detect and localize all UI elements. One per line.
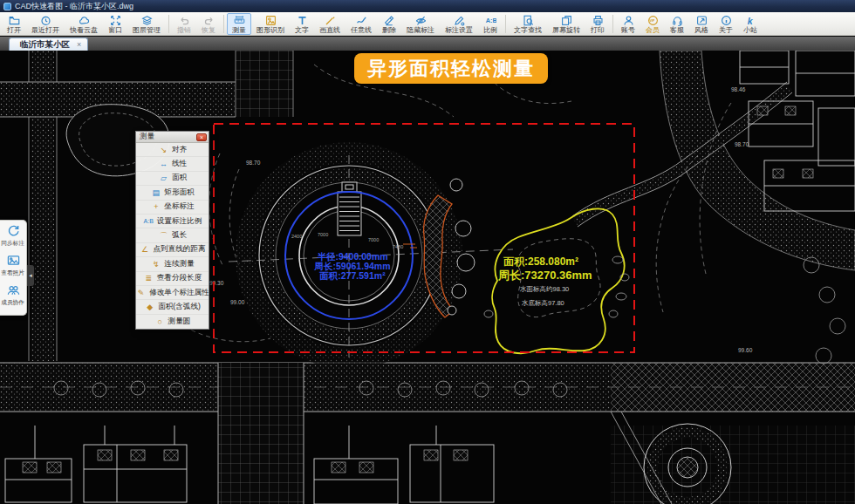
hide-annotation-button[interactable]: 隐藏标注 bbox=[401, 13, 440, 35]
edit-annotation-icon: ✎ bbox=[135, 289, 147, 297]
svg-text:周长:73270.36mm: 周长:73270.36mm bbox=[497, 269, 592, 282]
measure-item-circle[interactable]: ○测量圆 bbox=[136, 315, 209, 329]
shape-recognize-button[interactable]: 图形识别 bbox=[251, 13, 290, 35]
recent-clock-icon bbox=[40, 15, 51, 26]
segment-length-icon: ≣ bbox=[143, 274, 154, 283]
vip-icon bbox=[647, 15, 659, 26]
svg-text:98.70: 98.70 bbox=[246, 160, 261, 166]
annotation-settings-button[interactable]: 标注设置 bbox=[440, 13, 478, 35]
undo-button[interactable]: 撤销 bbox=[172, 13, 196, 35]
pond-measurement-label: 面积:258.080m² 周长:73270.36mm bbox=[497, 255, 592, 282]
svg-text:面积:277.591m²: 面积:277.591m² bbox=[318, 270, 386, 281]
svg-text:7480: 7480 bbox=[393, 244, 403, 249]
about-info-icon bbox=[721, 15, 732, 26]
measure-item-area[interactable]: ▱面积 bbox=[136, 172, 209, 186]
shape-recognize-icon bbox=[265, 15, 277, 26]
toolbar-separator bbox=[612, 15, 613, 33]
app-icon bbox=[3, 3, 11, 10]
measure-panel-title: 测量 bbox=[140, 132, 154, 142]
text-icon bbox=[297, 15, 308, 26]
free-line-button[interactable]: 任意线 bbox=[345, 13, 377, 35]
member-collaboration-button[interactable]: 成员协作 bbox=[0, 283, 26, 307]
cloud-drive-button[interactable]: 快看云盘 bbox=[65, 13, 103, 35]
window-arrows-icon bbox=[110, 15, 121, 26]
promo-banner: 异形面积轻松测量 bbox=[354, 53, 548, 84]
text-button[interactable]: 文字 bbox=[290, 13, 314, 35]
svg-text:7000: 7000 bbox=[318, 232, 328, 237]
delete-button[interactable]: 删除 bbox=[377, 13, 401, 35]
print-button[interactable]: 打印 bbox=[585, 13, 610, 35]
tab-bar: 临沂市某小区 × bbox=[0, 37, 855, 51]
find-text-icon bbox=[523, 15, 534, 26]
toolbar-separator bbox=[168, 15, 169, 33]
print-icon bbox=[592, 15, 604, 26]
ksite-button[interactable]: 小站 bbox=[738, 13, 763, 35]
svg-text:99.60: 99.60 bbox=[738, 347, 753, 353]
scale-ratio-icon bbox=[485, 15, 496, 26]
measure-item-area-with-arc[interactable]: ◆面积(含弧线) bbox=[136, 300, 209, 314]
measure-item-align[interactable]: ↘对齐 bbox=[136, 143, 209, 157]
hide-annotation-icon bbox=[415, 15, 427, 26]
tab-close-icon[interactable]: × bbox=[77, 40, 81, 49]
screen-rotate-icon bbox=[561, 15, 572, 26]
side-panel-collapse-handle[interactable]: ◂ bbox=[27, 265, 34, 286]
free-line-icon bbox=[356, 15, 367, 26]
collaboration-icon bbox=[7, 283, 20, 296]
eraser-icon bbox=[384, 15, 395, 26]
cad-canvas[interactable]: 98.70 99.30 99.00 98.46 98.70 99.60 7000… bbox=[0, 51, 855, 504]
measure-button[interactable]: 测量 bbox=[227, 13, 251, 35]
measure-panel-titlebar[interactable]: 测量 × bbox=[136, 132, 209, 143]
layer-manager-button[interactable]: 图层管理 bbox=[127, 13, 166, 35]
measure-item-continuous[interactable]: ↯连续测量 bbox=[136, 257, 209, 271]
measure-item-segment-length[interactable]: ≣查看分段长度 bbox=[136, 272, 209, 286]
measure-item-rect-area[interactable]: ▤矩形面积 bbox=[136, 186, 209, 200]
measure-item-set-scale[interactable]: A:B设置标注比例 bbox=[136, 215, 209, 228]
find-text-button[interactable]: 文字查找 bbox=[509, 13, 547, 35]
cad-viewer-window: CAD快速看图 - 临沂市某小区.dwg 打开 最近打开 快看云盘 窗口 图层管… bbox=[0, 0, 855, 504]
circle-measurement-label: 半径:9400.00mm 周长:59061.94mm 面积:277.591m² bbox=[314, 251, 391, 281]
sync-icon bbox=[7, 224, 20, 237]
drawing-tab[interactable]: 临沂市某小区 × bbox=[9, 37, 88, 51]
coordinate-icon: + bbox=[150, 202, 161, 211]
style-icon bbox=[696, 15, 708, 26]
headset-icon bbox=[672, 15, 683, 26]
area-icon: ▱ bbox=[158, 174, 169, 182]
measure-panel-close-icon[interactable]: × bbox=[196, 133, 207, 141]
account-icon bbox=[623, 15, 634, 26]
measure-item-linear[interactable]: ↔线性 bbox=[136, 157, 209, 171]
sync-annotation-button[interactable]: 同步标注 bbox=[0, 224, 26, 248]
measure-item-point-to-line[interactable]: ∠点到直线的距离 bbox=[136, 243, 209, 257]
main-toolbar: 打开 最近打开 快看云盘 窗口 图层管理 撤销 恢复 测量 图形识别 文字 画直… bbox=[0, 12, 855, 36]
style-button[interactable]: 风格 bbox=[689, 13, 714, 35]
vip-member-button[interactable]: 会员 bbox=[640, 13, 665, 35]
about-button[interactable]: 关于 bbox=[714, 13, 738, 35]
measure-item-edit-annotation[interactable]: ✎修改单个标注属性 bbox=[136, 286, 209, 300]
svg-text:7000: 7000 bbox=[368, 237, 379, 242]
svg-text:98.46: 98.46 bbox=[731, 86, 746, 92]
customer-service-button[interactable]: 客服 bbox=[665, 13, 689, 35]
promo-banner-text: 异形面积轻松测量 bbox=[367, 56, 535, 82]
measure-item-coordinate[interactable]: +坐标标注 bbox=[136, 201, 209, 215]
svg-text:面积:258.080m²: 面积:258.080m² bbox=[503, 255, 578, 268]
tab-label: 临沂市某小区 bbox=[20, 39, 70, 51]
scale-ratio-button[interactable]: 比例 bbox=[478, 13, 503, 35]
screen-rotate-button[interactable]: 屏幕旋转 bbox=[547, 13, 585, 35]
redo-button[interactable]: 恢复 bbox=[196, 13, 221, 35]
continuous-measure-icon: ↯ bbox=[150, 260, 161, 269]
toolbar-separator bbox=[223, 15, 224, 33]
measure-item-arc-length[interactable]: ⌒弧长 bbox=[136, 228, 209, 242]
account-button[interactable]: 账号 bbox=[616, 13, 640, 35]
cloud-icon bbox=[79, 15, 90, 26]
view-photos-button[interactable]: 查看照片 bbox=[0, 254, 26, 277]
draw-line-icon bbox=[325, 15, 336, 26]
window-button[interactable]: 窗口 bbox=[103, 13, 127, 35]
open-button[interactable]: 打开 bbox=[2, 13, 26, 35]
svg-text:98.70: 98.70 bbox=[735, 141, 749, 147]
point-to-line-icon: ∠ bbox=[139, 245, 150, 254]
draw-line-button[interactable]: 画直线 bbox=[314, 13, 345, 35]
svg-text:水面标高约98.30: 水面标高约98.30 bbox=[519, 285, 569, 293]
photo-icon bbox=[7, 254, 20, 267]
recent-open-button[interactable]: 最近打开 bbox=[26, 13, 65, 35]
svg-text:99.30: 99.30 bbox=[209, 280, 224, 286]
arc-length-icon: ⌒ bbox=[158, 230, 169, 242]
